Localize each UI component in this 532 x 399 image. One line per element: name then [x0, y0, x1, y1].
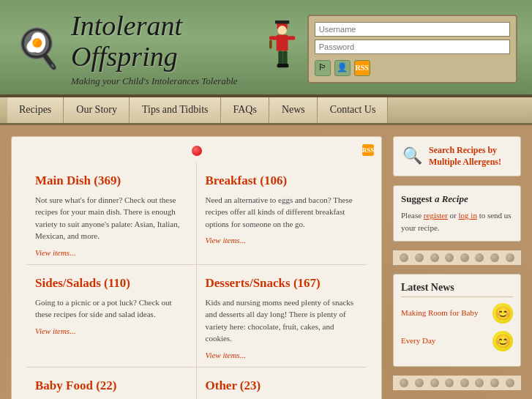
chef-hat-icon: 🍳 [15, 30, 62, 68]
nav-item-contact-us[interactable]: Contact Us [318, 97, 389, 123]
login-link[interactable]: log in [459, 211, 477, 220]
category-title: Breakfast (106) [206, 174, 359, 188]
red-dot-decoration [192, 146, 202, 156]
soldier-icon [264, 15, 299, 81]
search-magnifier-icon: 🔍 [401, 145, 423, 167]
pin-row [393, 250, 521, 265]
category-title: Sides/Salads (110) [35, 276, 187, 291]
svg-rect-6 [269, 40, 272, 48]
pin-16 [506, 379, 514, 387]
suggest-widget: Suggest a Recipe Please register or log … [393, 185, 521, 242]
pin-3 [430, 253, 439, 262]
pin-5 [460, 253, 469, 262]
pin-8 [506, 253, 514, 262]
pin-7 [490, 253, 499, 262]
svg-point-2 [278, 26, 287, 34]
news-item[interactable]: Making Room for Baby [401, 307, 492, 318]
category-title: Main Dish (369) [35, 174, 187, 188]
login-box: 🏳 👤 RSS [307, 15, 517, 83]
news-title: Latest News [401, 282, 513, 297]
suggest-or: or [448, 211, 459, 220]
svg-rect-10 [282, 64, 289, 67]
category-cell: Other (23)From fake soy sauce to homemad… [197, 368, 367, 399]
category-cell: Baby Food (22)Your highly intolerant bab… [26, 368, 197, 399]
pin-11 [430, 379, 439, 387]
suggest-desc-before: Please [401, 211, 424, 220]
pin-10 [415, 379, 424, 387]
category-title: Desserts/Snacks (167) [206, 276, 359, 291]
category-desc: Not sure what's for dinner? Check out th… [35, 194, 187, 242]
site-title-area: Intolerant Offspring Making your Child's… [71, 11, 264, 87]
register-link[interactable]: register [424, 211, 448, 220]
pin-9 [400, 379, 408, 387]
category-cell: Main Dish (369)Not sure what's for dinne… [26, 163, 197, 265]
username-input[interactable] [315, 22, 510, 37]
svg-rect-5 [288, 36, 296, 40]
login-icons: 🏳 👤 RSS [315, 60, 510, 76]
svg-rect-3 [277, 34, 288, 51]
site-title: Intolerant Offspring [71, 11, 264, 72]
site-header: 🍳 Intolerant Offspring Making your Child… [0, 0, 532, 97]
nav-item-faqs[interactable]: FAQs [221, 97, 269, 123]
category-cell: Breakfast (106)Need an alternative to eg… [197, 163, 367, 265]
suggest-title-italic: a Recipe [435, 193, 468, 204]
category-cell: Sides/Salads (110)Going to a picnic or a… [26, 265, 197, 368]
nav-item-recipes[interactable]: Recipes [7, 97, 64, 123]
suggest-title-text: Suggest [401, 193, 432, 204]
nav-item-news[interactable]: News [269, 97, 318, 123]
pin-1 [400, 253, 408, 262]
svg-rect-4 [269, 36, 277, 40]
search-widget[interactable]: 🔍 Search Recipes by Multiple Allergens! [393, 136, 521, 177]
sidebar: 🔍 Search Recipes by Multiple Allergens! … [393, 136, 521, 399]
pin-row-2 [393, 376, 521, 390]
rss-small-icon[interactable]: RSS [354, 60, 370, 76]
flag-icon[interactable]: 🏳 [315, 60, 331, 76]
view-items-link[interactable]: View items... [206, 236, 359, 245]
news-widget: Latest News Making Room for Baby😊Every D… [393, 274, 521, 367]
category-desc: Need an alternative to eggs and bacon? T… [206, 194, 359, 231]
logo-area: 🍳 Intolerant Offspring Making your Child… [15, 11, 264, 87]
smiley-icon: 😊 [492, 303, 513, 324]
view-items-link[interactable]: View items... [35, 327, 187, 335]
site-subtitle: Making your Child's Intolerances Tolerab… [71, 75, 264, 87]
pin-14 [475, 379, 484, 387]
nav-bar: RecipesOur StoryTips and TidbitsFAQsNews… [0, 97, 532, 125]
suggest-desc: Please register or log in to send us you… [401, 209, 513, 234]
svg-rect-8 [283, 51, 288, 64]
view-items-link[interactable]: View items... [206, 351, 359, 359]
suggest-title: Suggest a Recipe [401, 193, 513, 205]
main-content: RSS Main Dish (369)Not sure what's for d… [0, 125, 532, 399]
nav-item-our-story[interactable]: Our Story [64, 97, 130, 123]
pin-2 [415, 253, 424, 262]
view-items-link[interactable]: View items... [35, 248, 187, 257]
pin-13 [460, 379, 469, 387]
news-item[interactable]: Every Day [401, 335, 492, 346]
header-right: 🏳 👤 RSS [264, 15, 517, 83]
pin-4 [445, 253, 454, 262]
search-widget-inner: 🔍 Search Recipes by Multiple Allergens! [401, 144, 513, 169]
search-label: Search Recipes by Multiple Allergens! [429, 144, 513, 169]
content-area: RSS Main Dish (369)Not sure what's for d… [11, 136, 382, 399]
category-desc: Going to a picnic or a pot luck? Check o… [35, 297, 187, 321]
svg-rect-7 [279, 51, 283, 64]
password-input[interactable] [315, 40, 510, 54]
svg-rect-1 [275, 20, 289, 23]
pin-6 [475, 253, 484, 262]
smiley-icon: 😊 [492, 331, 513, 351]
pin-15 [490, 379, 499, 387]
nav-item-tips-and-tidbits[interactable]: Tips and Tidbits [130, 97, 221, 123]
category-desc: Kids and nursing moms need plenty of sna… [206, 297, 359, 345]
category-cell: Desserts/Snacks (167)Kids and nursing mo… [197, 265, 367, 368]
rss-icon[interactable]: RSS [362, 144, 374, 156]
user-icon[interactable]: 👤 [334, 60, 351, 76]
category-title: Baby Food (22) [35, 379, 187, 393]
category-title: Other (23) [206, 379, 359, 393]
pin-12 [445, 379, 454, 387]
categories-grid: Main Dish (369)Not sure what's for dinne… [26, 163, 367, 399]
